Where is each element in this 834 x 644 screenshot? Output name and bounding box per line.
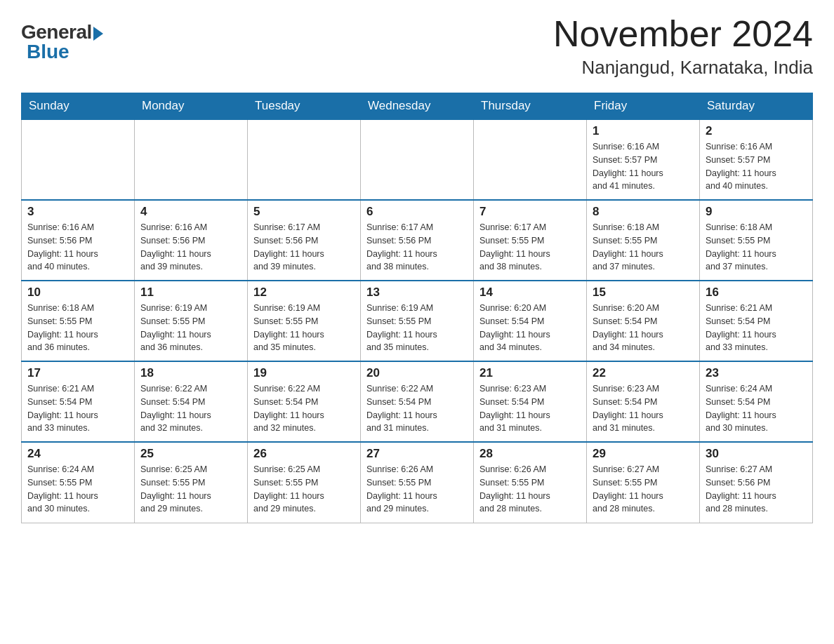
logo-blue-text: Blue (27, 41, 70, 63)
day-info: Sunrise: 6:20 AM Sunset: 5:54 PM Dayligh… (479, 302, 581, 354)
day-cell: 2Sunrise: 6:16 AM Sunset: 5:57 PM Daylig… (700, 119, 813, 200)
day-cell: 1Sunrise: 6:16 AM Sunset: 5:57 PM Daylig… (587, 119, 700, 200)
day-cell: 13Sunrise: 6:19 AM Sunset: 5:55 PM Dayli… (361, 281, 474, 361)
day-cell: 6Sunrise: 6:17 AM Sunset: 5:56 PM Daylig… (361, 200, 474, 281)
day-cell: 30Sunrise: 6:27 AM Sunset: 5:56 PM Dayli… (700, 442, 813, 523)
day-info: Sunrise: 6:26 AM Sunset: 5:55 PM Dayligh… (479, 463, 581, 516)
day-info: Sunrise: 6:18 AM Sunset: 5:55 PM Dayligh… (27, 302, 128, 354)
day-info: Sunrise: 6:16 AM Sunset: 5:57 PM Dayligh… (706, 140, 807, 193)
day-info: Sunrise: 6:19 AM Sunset: 5:55 PM Dayligh… (366, 302, 468, 354)
month-title: November 2024 (553, 14, 813, 54)
day-number: 29 (593, 447, 694, 461)
day-info: Sunrise: 6:22 AM Sunset: 5:54 PM Dayligh… (253, 382, 355, 435)
day-number: 5 (253, 205, 355, 219)
day-cell: 7Sunrise: 6:17 AM Sunset: 5:55 PM Daylig… (474, 200, 587, 281)
day-cell: 14Sunrise: 6:20 AM Sunset: 5:54 PM Dayli… (474, 281, 587, 361)
day-number: 21 (479, 366, 581, 380)
header-thursday: Thursday (474, 93, 587, 120)
day-info: Sunrise: 6:24 AM Sunset: 5:54 PM Dayligh… (706, 382, 807, 435)
day-info: Sunrise: 6:23 AM Sunset: 5:54 PM Dayligh… (593, 382, 694, 435)
day-info: Sunrise: 6:18 AM Sunset: 5:55 PM Dayligh… (593, 221, 694, 274)
day-number: 25 (140, 447, 241, 461)
week-row-1: 1Sunrise: 6:16 AM Sunset: 5:57 PM Daylig… (22, 119, 813, 200)
day-info: Sunrise: 6:24 AM Sunset: 5:55 PM Dayligh… (27, 463, 128, 516)
header-sunday: Sunday (22, 93, 135, 120)
day-info: Sunrise: 6:19 AM Sunset: 5:55 PM Dayligh… (253, 302, 355, 354)
day-info: Sunrise: 6:27 AM Sunset: 5:56 PM Dayligh… (706, 463, 807, 516)
day-cell: 4Sunrise: 6:16 AM Sunset: 5:56 PM Daylig… (135, 200, 248, 281)
day-number: 28 (479, 447, 581, 461)
day-info: Sunrise: 6:17 AM Sunset: 5:56 PM Dayligh… (366, 221, 468, 274)
logo: General Blue (21, 14, 103, 63)
day-cell: 3Sunrise: 6:16 AM Sunset: 5:56 PM Daylig… (22, 200, 135, 281)
week-row-5: 24Sunrise: 6:24 AM Sunset: 5:55 PM Dayli… (22, 442, 813, 523)
day-cell (22, 119, 135, 200)
day-number: 20 (366, 366, 468, 380)
day-info: Sunrise: 6:18 AM Sunset: 5:55 PM Dayligh… (706, 221, 807, 274)
day-cell: 10Sunrise: 6:18 AM Sunset: 5:55 PM Dayli… (22, 281, 135, 361)
day-number: 13 (366, 286, 468, 300)
day-number: 19 (253, 366, 355, 380)
day-cell: 18Sunrise: 6:22 AM Sunset: 5:54 PM Dayli… (135, 361, 248, 442)
day-info: Sunrise: 6:20 AM Sunset: 5:54 PM Dayligh… (593, 302, 694, 354)
day-cell: 9Sunrise: 6:18 AM Sunset: 5:55 PM Daylig… (700, 200, 813, 281)
header-friday: Friday (587, 93, 700, 120)
day-number: 22 (593, 366, 694, 380)
day-cell: 24Sunrise: 6:24 AM Sunset: 5:55 PM Dayli… (22, 442, 135, 523)
day-cell: 21Sunrise: 6:23 AM Sunset: 5:54 PM Dayli… (474, 361, 587, 442)
week-row-2: 3Sunrise: 6:16 AM Sunset: 5:56 PM Daylig… (22, 200, 813, 281)
day-number: 16 (706, 286, 807, 300)
title-area: November 2024 Nanjangud, Karnataka, Indi… (553, 14, 813, 79)
day-number: 1 (593, 124, 694, 138)
day-number: 15 (593, 286, 694, 300)
location-title: Nanjangud, Karnataka, India (553, 57, 813, 79)
day-info: Sunrise: 6:16 AM Sunset: 5:57 PM Dayligh… (593, 140, 694, 193)
day-number: 7 (479, 205, 581, 219)
day-cell: 29Sunrise: 6:27 AM Sunset: 5:55 PM Dayli… (587, 442, 700, 523)
day-info: Sunrise: 6:16 AM Sunset: 5:56 PM Dayligh… (140, 221, 241, 274)
day-cell: 16Sunrise: 6:21 AM Sunset: 5:54 PM Dayli… (700, 281, 813, 361)
day-info: Sunrise: 6:22 AM Sunset: 5:54 PM Dayligh… (140, 382, 241, 435)
day-number: 6 (366, 205, 468, 219)
page-header: General Blue November 2024 Nanjangud, Ka… (21, 14, 813, 79)
day-info: Sunrise: 6:25 AM Sunset: 5:55 PM Dayligh… (140, 463, 241, 516)
week-row-3: 10Sunrise: 6:18 AM Sunset: 5:55 PM Dayli… (22, 281, 813, 361)
header-wednesday: Wednesday (361, 93, 474, 120)
day-cell: 5Sunrise: 6:17 AM Sunset: 5:56 PM Daylig… (248, 200, 361, 281)
header-saturday: Saturday (700, 93, 813, 120)
day-number: 2 (706, 124, 807, 138)
header-monday: Monday (135, 93, 248, 120)
week-row-4: 17Sunrise: 6:21 AM Sunset: 5:54 PM Dayli… (22, 361, 813, 442)
day-info: Sunrise: 6:17 AM Sunset: 5:56 PM Dayligh… (253, 221, 355, 274)
day-cell (361, 119, 474, 200)
day-cell: 12Sunrise: 6:19 AM Sunset: 5:55 PM Dayli… (248, 281, 361, 361)
day-number: 8 (593, 205, 694, 219)
day-cell: 8Sunrise: 6:18 AM Sunset: 5:55 PM Daylig… (587, 200, 700, 281)
day-number: 11 (140, 286, 241, 300)
day-cell: 22Sunrise: 6:23 AM Sunset: 5:54 PM Dayli… (587, 361, 700, 442)
weekday-header-row: Sunday Monday Tuesday Wednesday Thursday… (22, 93, 813, 120)
day-cell: 20Sunrise: 6:22 AM Sunset: 5:54 PM Dayli… (361, 361, 474, 442)
day-cell: 25Sunrise: 6:25 AM Sunset: 5:55 PM Dayli… (135, 442, 248, 523)
day-info: Sunrise: 6:26 AM Sunset: 5:55 PM Dayligh… (366, 463, 468, 516)
day-number: 17 (27, 366, 128, 380)
day-info: Sunrise: 6:22 AM Sunset: 5:54 PM Dayligh… (366, 382, 468, 435)
day-number: 10 (27, 286, 128, 300)
day-cell (474, 119, 587, 200)
day-cell: 27Sunrise: 6:26 AM Sunset: 5:55 PM Dayli… (361, 442, 474, 523)
day-cell (135, 119, 248, 200)
day-cell: 23Sunrise: 6:24 AM Sunset: 5:54 PM Dayli… (700, 361, 813, 442)
day-number: 24 (27, 447, 128, 461)
day-cell: 17Sunrise: 6:21 AM Sunset: 5:54 PM Dayli… (22, 361, 135, 442)
day-info: Sunrise: 6:23 AM Sunset: 5:54 PM Dayligh… (479, 382, 581, 435)
day-info: Sunrise: 6:27 AM Sunset: 5:55 PM Dayligh… (593, 463, 694, 516)
day-number: 4 (140, 205, 241, 219)
day-info: Sunrise: 6:17 AM Sunset: 5:55 PM Dayligh… (479, 221, 581, 274)
day-info: Sunrise: 6:16 AM Sunset: 5:56 PM Dayligh… (27, 221, 128, 274)
day-cell: 11Sunrise: 6:19 AM Sunset: 5:55 PM Dayli… (135, 281, 248, 361)
day-cell: 26Sunrise: 6:25 AM Sunset: 5:55 PM Dayli… (248, 442, 361, 523)
day-number: 3 (27, 205, 128, 219)
day-info: Sunrise: 6:25 AM Sunset: 5:55 PM Dayligh… (253, 463, 355, 516)
day-number: 12 (253, 286, 355, 300)
calendar-table: Sunday Monday Tuesday Wednesday Thursday… (21, 93, 813, 523)
